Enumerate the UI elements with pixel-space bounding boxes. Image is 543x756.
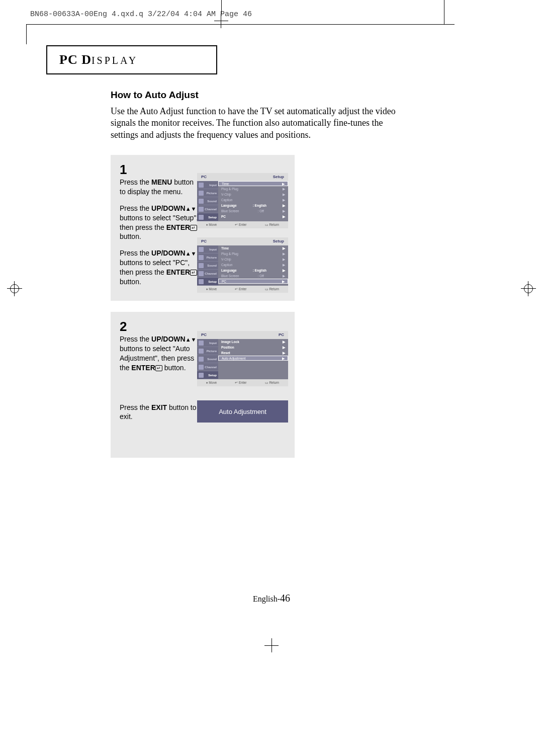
sidebar-icon xyxy=(199,365,204,370)
auto-adjustment-banner: Auto Adjustment xyxy=(197,400,288,423)
osd-main: Time▶Plug & Plug▶V-Chip▶Caption▶Language… xyxy=(218,181,288,221)
osd-row-value: : English xyxy=(253,203,266,208)
osd-sidebar-item: Input xyxy=(197,245,218,254)
chevron-right-icon: ▶ xyxy=(283,197,285,203)
osd-footer: ♦ Move↵ Enter▭ Return xyxy=(197,286,288,293)
osd-setup-time: PCSetup InputPictureSoundChannelSetup Ti… xyxy=(197,173,288,228)
sidebar-icon xyxy=(199,183,204,188)
text: button. xyxy=(120,278,141,286)
osd-footer: ♦ Move↵ Enter▭ Return xyxy=(197,379,288,386)
chevron-right-icon: ▶ xyxy=(283,262,285,268)
osd-row-label: Time xyxy=(221,245,229,251)
osd-row-label: V-Chip xyxy=(221,192,231,197)
osd-sidebar-item: Picture xyxy=(197,347,218,355)
return-icon: ▭ xyxy=(265,287,268,291)
osd-sidebar-item: Input xyxy=(197,339,218,347)
chevron-right-icon: ▶ xyxy=(283,208,285,214)
chevron-right-icon: ▶ xyxy=(283,257,285,262)
osd-setup-pc: PCSetup InputPictureSoundChannelSetup Ti… xyxy=(197,237,288,293)
down-arrow-icon: ▼ xyxy=(191,250,197,258)
osd-title-left: PC xyxy=(201,237,207,245)
sidebar-label: Setup xyxy=(208,374,217,377)
osd-header: PCSetup xyxy=(197,237,288,245)
section-title: PC DISPLAY xyxy=(46,45,217,74)
enter-label: ENTER xyxy=(166,223,190,231)
footer-move: Move xyxy=(209,381,217,384)
osd-pc-menu: PCPC InputPictureSoundChannelSetup Image… xyxy=(197,331,288,386)
footer-return: Return xyxy=(269,381,279,384)
updown-icon: ♦ xyxy=(206,287,208,291)
crop-cross xyxy=(214,14,228,28)
chevron-right-icon: ▶ xyxy=(283,273,285,279)
osd-sidebar-item: Sound xyxy=(197,262,218,270)
chevron-right-icon: ▶ xyxy=(283,203,285,208)
chevron-right-icon: ▶ xyxy=(283,345,285,350)
osd-sidebar-item: Setup xyxy=(197,213,218,221)
osd-sidebar-item: Input xyxy=(197,181,218,189)
sidebar-icon xyxy=(199,255,204,260)
osd-row-label: Caption xyxy=(221,197,232,203)
sidebar-label: Channel xyxy=(205,272,217,275)
osd-sidebar-item: Sound xyxy=(197,355,218,363)
osd-row-label: Blue Screen xyxy=(221,273,239,279)
osd-row-label: Language xyxy=(221,203,237,208)
updown-label: UP/DOWN xyxy=(151,335,186,343)
osd-row: Language: English▶ xyxy=(218,268,288,273)
footer-return: Return xyxy=(269,287,279,291)
osd-row: PC▶ xyxy=(218,279,288,284)
sidebar-label: Sound xyxy=(207,264,217,267)
chevron-right-icon: ▶ xyxy=(283,192,285,197)
osd-row-label: Auto Adjustment xyxy=(222,356,245,360)
osd-sidebar-item: Channel xyxy=(197,363,218,371)
sidebar-label: Sound xyxy=(207,200,217,203)
updown-icon: ♦ xyxy=(206,381,208,384)
page-border xyxy=(444,0,444,24)
osd-sidebar-item: Setup xyxy=(197,278,218,286)
osd-row-value: : Off xyxy=(258,273,264,279)
footer-enter: Enter xyxy=(239,223,247,226)
step-instructions: Press the UP/DOWN▲▼ buttons to select "A… xyxy=(120,334,200,422)
sidebar-icon xyxy=(199,247,204,252)
osd-row-label: Caption xyxy=(221,262,232,268)
chevron-right-icon: ▶ xyxy=(282,356,285,360)
chevron-right-icon: ▶ xyxy=(283,350,285,356)
footer-return: Return xyxy=(269,223,279,226)
sidebar-icon xyxy=(199,191,204,196)
footer-enter: Enter xyxy=(239,287,247,291)
footer-page-number: 46 xyxy=(280,593,290,604)
up-arrow-icon: ▲ xyxy=(186,336,191,344)
sidebar-icon xyxy=(199,341,204,346)
osd-sidebar-item: Channel xyxy=(197,270,218,278)
osd-title-right: PC xyxy=(279,331,284,339)
osd-row-label: Language xyxy=(221,268,237,273)
osd-row-label: V-Chip xyxy=(221,257,231,262)
enter-icon: ↵ xyxy=(235,287,238,291)
chevron-right-icon: ▶ xyxy=(283,251,285,257)
subtitle: How to Auto Adjust xyxy=(111,90,199,101)
footer-move: Move xyxy=(209,287,217,291)
sidebar-icon xyxy=(199,357,204,362)
osd-row: Plug & Plug▶ xyxy=(218,186,288,192)
osd-header: PCSetup xyxy=(197,173,288,181)
osd-row-label: Blue Screen xyxy=(221,208,239,214)
chevron-right-icon: ▶ xyxy=(283,268,285,273)
enter-label: ENTER xyxy=(131,364,155,372)
exit-label: EXIT xyxy=(151,403,167,411)
osd-row-label: Plug & Plug xyxy=(221,186,238,192)
page-border xyxy=(26,24,455,25)
chevron-right-icon: ▶ xyxy=(282,182,285,186)
page-border xyxy=(26,24,27,44)
osd-sidebar-item: Picture xyxy=(197,254,218,262)
osd-row: Time▶ xyxy=(218,181,288,186)
osd-row: Caption▶ xyxy=(218,262,288,268)
updown-label: UP/DOWN xyxy=(151,204,186,212)
enter-label: ENTER xyxy=(166,268,190,276)
return-icon: ▭ xyxy=(265,223,268,226)
chevron-right-icon: ▶ xyxy=(283,186,285,192)
sidebar-label: Channel xyxy=(205,208,217,211)
sidebar-icon xyxy=(199,271,204,276)
osd-sidebar: InputPictureSoundChannelSetup xyxy=(197,181,218,221)
osd-row: Image Lock▶ xyxy=(218,339,288,345)
osd-row: Time▶ xyxy=(218,245,288,251)
section-title-bold: PC D xyxy=(59,52,92,67)
